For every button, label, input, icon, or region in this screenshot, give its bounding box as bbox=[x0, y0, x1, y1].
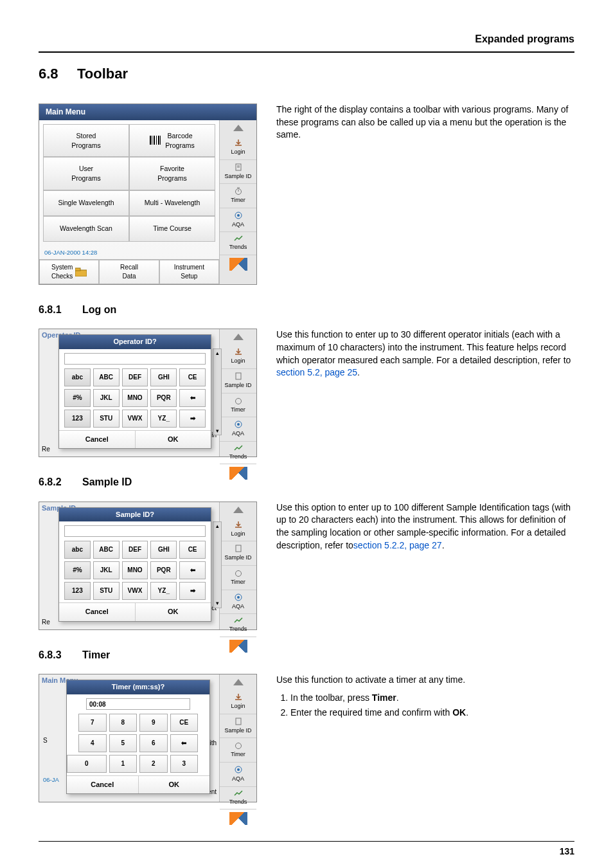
multi-wavelength-button[interactable]: Multi - Wavelength bbox=[129, 190, 215, 216]
key-3[interactable]: 3 bbox=[170, 755, 199, 773]
key-5[interactable]: 5 bbox=[109, 734, 138, 752]
timer-toolbar-button[interactable]: Timer bbox=[220, 566, 256, 590]
scroll-up-icon[interactable] bbox=[220, 120, 256, 136]
aqa-toolbar-button[interactable]: AQA bbox=[220, 208, 256, 233]
recall-data-button[interactable]: Recall Data bbox=[99, 260, 159, 284]
timer-dialog: Timer (mm:ss)? 00:08 7 8 9 CE 4 5 6 ⬅ 0 … bbox=[66, 680, 210, 794]
key-jkl[interactable]: JKL bbox=[93, 389, 120, 407]
key-2[interactable]: 2 bbox=[139, 755, 168, 773]
stored-programs-button[interactable]: Stored Programs bbox=[43, 124, 129, 157]
login-toolbar-button[interactable]: Login bbox=[220, 518, 256, 542]
login-toolbar-button[interactable]: Login bbox=[220, 690, 256, 714]
section-title-text: Toolbar bbox=[77, 66, 128, 82]
ok-button[interactable]: OK bbox=[136, 431, 211, 448]
toolbar-sidebar: Login Sample ID Timer AQA Trends bbox=[219, 120, 256, 284]
trends-toolbar-button[interactable]: Trends bbox=[220, 232, 256, 255]
key-ce[interactable]: CE bbox=[179, 541, 206, 559]
key-mno[interactable]: MNO bbox=[122, 561, 148, 579]
ok-button[interactable]: OK bbox=[136, 603, 211, 620]
timer-toolbar-button[interactable]: Timer bbox=[220, 184, 256, 208]
sample-id-toolbar-button[interactable]: Sample ID bbox=[220, 369, 256, 393]
key-stu[interactable]: STU bbox=[93, 410, 120, 428]
ok-button[interactable]: OK bbox=[139, 776, 210, 793]
svg-rect-7 bbox=[75, 268, 80, 271]
timer-toolbar-button[interactable]: Timer bbox=[220, 393, 256, 418]
sample-id-input[interactable] bbox=[64, 525, 206, 537]
key-7[interactable]: 7 bbox=[78, 714, 107, 732]
step-1: In the toolbar, press Timer. bbox=[290, 692, 574, 705]
trends-toolbar-button[interactable]: Trends bbox=[220, 787, 256, 810]
svg-rect-24 bbox=[236, 718, 241, 725]
key-vwx[interactable]: VWX bbox=[122, 410, 148, 428]
svg-point-27 bbox=[237, 768, 240, 771]
aqa-toolbar-button[interactable]: AQA bbox=[220, 763, 256, 787]
key-symbols[interactable]: #% bbox=[64, 561, 91, 579]
sample-id-toolbar-button[interactable]: Sample ID bbox=[220, 714, 256, 739]
login-toolbar-button[interactable]: Login bbox=[220, 136, 256, 160]
key-ghi[interactable]: GHI bbox=[150, 541, 177, 559]
single-wavelength-button[interactable]: Single Wavelength bbox=[43, 190, 129, 216]
favorite-programs-button[interactable]: Favorite Programs bbox=[129, 157, 215, 190]
key-jkl[interactable]: JKL bbox=[93, 561, 120, 579]
timer-value-input[interactable]: 00:08 bbox=[86, 698, 190, 710]
user-programs-button[interactable]: User Programs bbox=[43, 157, 129, 190]
aqa-toolbar-button[interactable]: AQA bbox=[220, 417, 256, 442]
key-ce[interactable]: CE bbox=[179, 368, 206, 386]
key-abc-lower[interactable]: abc bbox=[64, 541, 91, 559]
cancel-button[interactable]: Cancel bbox=[67, 776, 139, 793]
timer-toolbar-button[interactable]: Timer bbox=[220, 738, 256, 763]
sample-id-toolbar-button[interactable]: Sample ID bbox=[220, 160, 256, 185]
instrument-setup-button[interactable]: Instrument Setup bbox=[159, 260, 219, 284]
cancel-button[interactable]: Cancel bbox=[59, 431, 136, 448]
scroll-up-icon[interactable] bbox=[233, 334, 244, 340]
list-scrollbar[interactable]: ▴▾ bbox=[213, 521, 222, 608]
cancel-button[interactable]: Cancel bbox=[59, 603, 136, 620]
key-stu[interactable]: STU bbox=[93, 582, 120, 600]
sub3-num: 6.8.3 bbox=[39, 648, 82, 662]
key-9[interactable]: 9 bbox=[139, 714, 168, 732]
sample-id-toolbar-button[interactable]: Sample ID bbox=[220, 541, 256, 566]
key-pqr[interactable]: PQR bbox=[150, 561, 177, 579]
list-scrollbar[interactable]: ▴▾ bbox=[213, 348, 222, 435]
key-ce[interactable]: CE bbox=[170, 714, 199, 732]
trends-toolbar-button[interactable]: Trends bbox=[220, 614, 256, 637]
login-toolbar-button[interactable]: Login bbox=[220, 345, 256, 369]
section-5-2-link[interactable]: section 5.2, page 25 bbox=[276, 367, 357, 377]
key-forward[interactable]: ➡ bbox=[179, 582, 206, 600]
key-pqr[interactable]: PQR bbox=[150, 389, 177, 407]
key-yz[interactable]: YZ_ bbox=[150, 410, 177, 428]
key-back[interactable]: ⬅ bbox=[170, 734, 199, 752]
time-course-button[interactable]: Time Course bbox=[129, 216, 215, 242]
key-forward[interactable]: ➡ bbox=[179, 410, 206, 428]
key-mno[interactable]: MNO bbox=[122, 389, 148, 407]
scroll-up-icon[interactable] bbox=[233, 507, 244, 513]
key-vwx[interactable]: VWX bbox=[122, 582, 148, 600]
key-8[interactable]: 8 bbox=[109, 714, 138, 732]
aqa-toolbar-button[interactable]: AQA bbox=[220, 590, 256, 615]
key-ghi[interactable]: GHI bbox=[150, 368, 177, 386]
key-def[interactable]: DEF bbox=[122, 368, 148, 386]
key-4[interactable]: 4 bbox=[78, 734, 107, 752]
key-back[interactable]: ⬅ bbox=[179, 561, 206, 579]
bg-bottom-text: Re bbox=[42, 445, 50, 454]
key-123[interactable]: 123 bbox=[64, 582, 91, 600]
key-yz[interactable]: YZ_ bbox=[150, 582, 177, 600]
scroll-up-icon[interactable] bbox=[233, 679, 244, 685]
key-0[interactable]: 0 bbox=[67, 755, 107, 773]
key-abc[interactable]: ABC bbox=[93, 541, 120, 559]
operator-id-input[interactable] bbox=[64, 353, 206, 365]
key-def[interactable]: DEF bbox=[122, 541, 148, 559]
section-5-2-2-link[interactable]: section 5.2.2, page 27 bbox=[353, 540, 442, 550]
key-abc-lower[interactable]: abc bbox=[64, 368, 91, 386]
login-icon bbox=[234, 348, 243, 356]
system-checks-button[interactable]: System Checks bbox=[39, 260, 99, 284]
wavelength-scan-button[interactable]: Wavelength Scan bbox=[43, 216, 129, 242]
barcode-programs-button[interactable]: Barcode Programs bbox=[129, 124, 215, 157]
key-abc[interactable]: ABC bbox=[93, 368, 120, 386]
key-1[interactable]: 1 bbox=[109, 755, 138, 773]
key-symbols[interactable]: #% bbox=[64, 389, 91, 407]
key-123[interactable]: 123 bbox=[64, 410, 91, 428]
trends-toolbar-button[interactable]: Trends bbox=[220, 442, 256, 465]
key-back[interactable]: ⬅ bbox=[179, 389, 206, 407]
key-6[interactable]: 6 bbox=[139, 734, 168, 752]
